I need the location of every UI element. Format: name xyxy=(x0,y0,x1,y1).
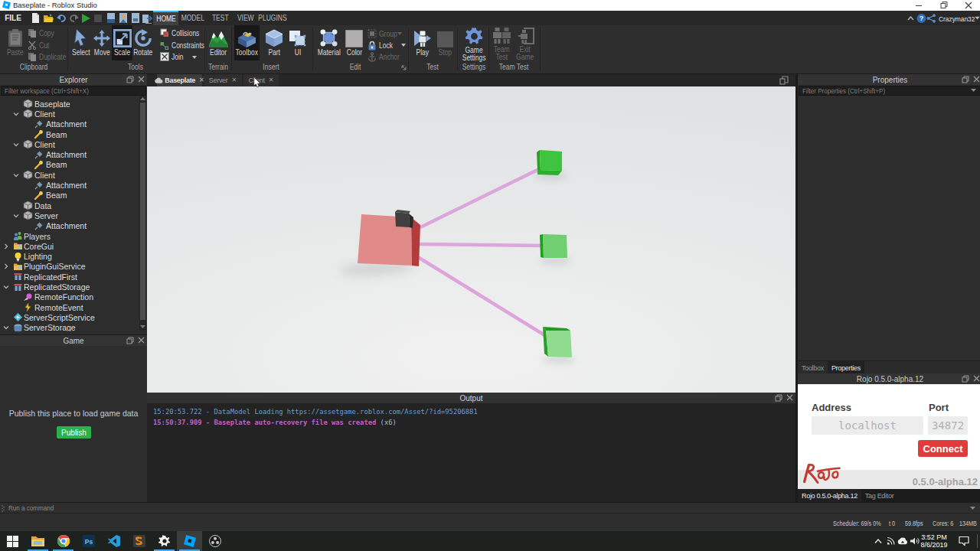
tree-item-beam[interactable]: Beam xyxy=(0,191,139,201)
color-button[interactable]: Color xyxy=(342,25,366,60)
game-float-icon[interactable] xyxy=(126,337,134,344)
viewport-3d[interactable] xyxy=(147,86,795,393)
tab-rojo[interactable]: Rojo 0.5.0-alpha.12 xyxy=(798,489,861,502)
tree-item-attachment[interactable]: Attachment xyxy=(0,221,139,231)
group-dropdown-icon[interactable] xyxy=(397,32,402,35)
tree-item-pluginguiservice[interactable]: PluginGuiService xyxy=(0,262,139,272)
team-test-button[interactable]: TeamTest xyxy=(491,25,513,60)
game-settings-button[interactable]: GameSettings xyxy=(460,25,488,60)
minimize-button[interactable] xyxy=(907,0,930,11)
tab-plugins[interactable]: PLUGINS xyxy=(258,11,287,25)
tree-item-lighting[interactable]: Lighting xyxy=(0,252,139,262)
output-float-icon[interactable] xyxy=(775,394,782,402)
tree-item-coregui[interactable]: CoreGui xyxy=(0,241,139,251)
explorer-filter-input[interactable]: Filter workspace (Ctrl+Shift+X) xyxy=(1,86,146,96)
tree-item-attachment[interactable]: Attachment xyxy=(0,150,139,160)
command-input[interactable]: Run a command xyxy=(8,504,54,513)
output-close-icon[interactable] xyxy=(786,394,793,401)
tree-item-server[interactable]: Server xyxy=(0,210,139,220)
cut-button[interactable]: Cut xyxy=(28,40,51,51)
explorer-scrollbar[interactable] xyxy=(139,96,146,331)
material-button[interactable]: Material xyxy=(315,25,342,60)
tree-chevron-icon[interactable] xyxy=(13,172,19,178)
taskbar-photoshop[interactable]: Ps xyxy=(76,531,101,551)
play-button[interactable]: Play xyxy=(412,25,433,60)
explorer-float-icon[interactable] xyxy=(126,76,134,83)
connect-button[interactable]: Connect xyxy=(918,440,968,457)
edit-expand-icon[interactable] xyxy=(400,64,407,70)
filter-dropdown-icon[interactable] xyxy=(971,89,976,93)
taskbar-vscode[interactable] xyxy=(101,531,126,551)
scrollbar-thumb[interactable] xyxy=(140,103,145,320)
lock-dropdown-icon[interactable] xyxy=(401,44,406,47)
script-icon[interactable] xyxy=(105,12,117,24)
game-close-icon[interactable] xyxy=(138,337,145,344)
share-icon[interactable] xyxy=(926,14,936,23)
tree-item-serverstorage[interactable]: ServerStorage xyxy=(0,323,139,331)
part-button[interactable]: Part xyxy=(261,25,287,60)
tree-chevron-icon[interactable] xyxy=(13,111,19,117)
save-icon[interactable] xyxy=(129,12,142,24)
tree-item-replicatedstorage[interactable]: ReplicatedStorage xyxy=(0,282,139,292)
constraints-button[interactable]: Constraints xyxy=(160,40,211,51)
join-button[interactable]: Join xyxy=(160,51,185,62)
stop-icon[interactable] xyxy=(92,12,104,24)
tab-home[interactable]: HOME xyxy=(153,11,178,25)
tree-item-client[interactable]: Client xyxy=(0,109,139,119)
tree-chevron-icon[interactable] xyxy=(3,263,9,269)
select-button[interactable]: Select xyxy=(70,25,91,60)
tree-item-client[interactable]: Client xyxy=(0,139,139,149)
tree-item-client[interactable]: Client xyxy=(0,170,139,180)
tree-chevron-icon[interactable] xyxy=(3,324,9,331)
tab-close-icon[interactable]: ✕ xyxy=(269,77,274,83)
command-bar[interactable]: Run a command xyxy=(0,502,980,513)
undo-icon[interactable] xyxy=(55,12,67,24)
tab-close-icon[interactable]: ✕ xyxy=(232,77,237,83)
doc-tab-client[interactable]: Client ✕ xyxy=(243,74,279,86)
doctab-float-icon[interactable] xyxy=(779,76,789,85)
ui-button[interactable]: UI xyxy=(287,25,308,60)
collapse-ribbon-icon[interactable] xyxy=(907,16,914,21)
onedrive-icon[interactable] xyxy=(897,538,908,545)
taskbar-file-explorer[interactable] xyxy=(25,531,51,551)
file-menu-button[interactable]: FILE xyxy=(0,11,26,25)
publish-icon[interactable] xyxy=(117,12,129,24)
copy-button[interactable]: Copy xyxy=(28,28,57,38)
tree-item-beam[interactable]: Beam xyxy=(0,160,139,170)
run-icon[interactable] xyxy=(80,12,92,24)
group-button[interactable]: Group xyxy=(368,28,400,39)
drag-handle-icon[interactable] xyxy=(2,505,5,512)
address-input[interactable]: localhost xyxy=(812,416,923,435)
exit-game-button[interactable]: ExitGame xyxy=(513,25,537,60)
tree-item-players[interactable]: Players xyxy=(0,231,139,241)
join-dropdown-icon[interactable] xyxy=(192,56,197,59)
properties-filter-input[interactable]: Filter Properties (Ctrl+Shift+P) xyxy=(799,86,980,96)
tree-item-replicatedfirst[interactable]: ReplicatedFirst xyxy=(0,272,139,282)
scale-button[interactable]: Scale xyxy=(112,25,132,60)
tray-clock[interactable]: 3:52 PM 8/6/2019 xyxy=(920,534,949,549)
tab-tag-editor[interactable]: Tag Editor xyxy=(861,489,898,502)
maximize-button[interactable] xyxy=(933,0,956,11)
anchor-button[interactable]: Anchor xyxy=(368,51,403,62)
tree-chevron-icon[interactable] xyxy=(13,213,19,219)
tree-item-data[interactable]: Data xyxy=(0,201,139,210)
tray-chevron-icon[interactable] xyxy=(874,539,882,544)
username-label[interactable]: Crazyman32 xyxy=(939,14,975,22)
explorer-close-icon[interactable] xyxy=(138,76,145,83)
help-icon[interactable]: ? xyxy=(916,13,926,23)
taskbar-sublime[interactable] xyxy=(126,531,152,551)
doc-tab-baseplate[interactable]: Baseplate ✕ xyxy=(157,74,202,86)
tree-item-serverscriptservice[interactable]: ServerScriptService xyxy=(0,312,139,322)
new-file-icon[interactable] xyxy=(29,12,41,24)
redo-icon[interactable] xyxy=(67,12,80,24)
publish-button[interactable]: Publish xyxy=(57,426,91,439)
tab-view[interactable]: VIEW xyxy=(234,11,258,25)
rojo-close-icon[interactable] xyxy=(973,375,980,382)
taskbar-roblox-studio[interactable] xyxy=(177,531,202,551)
rojo-float-icon[interactable] xyxy=(962,375,969,383)
taskbar-obs[interactable] xyxy=(202,531,227,551)
terrain-editor-button[interactable]: Editor xyxy=(207,25,229,60)
duplicate-button[interactable]: Duplicate xyxy=(28,51,71,62)
tab-model[interactable]: MODEL xyxy=(178,11,207,25)
tree-chevron-icon[interactable] xyxy=(13,142,19,148)
